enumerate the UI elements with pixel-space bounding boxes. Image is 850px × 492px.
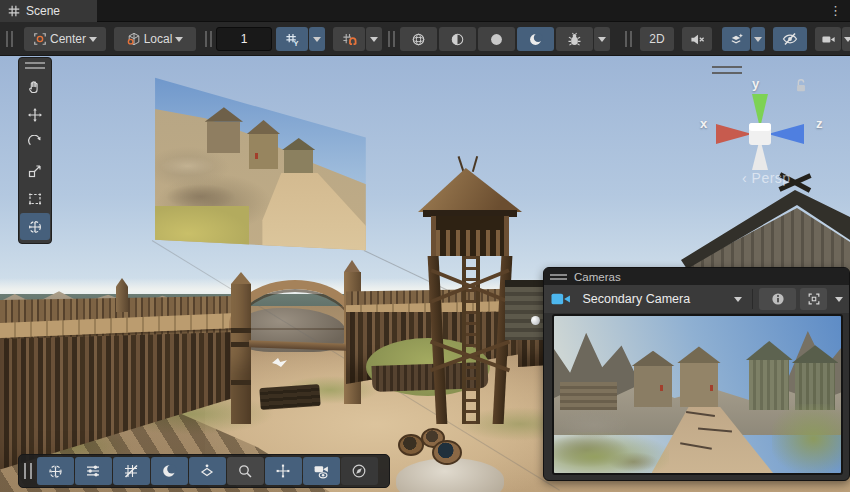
axis-x-label[interactable]: x (700, 116, 707, 131)
grid-axis-y-button[interactable]: Y (276, 27, 308, 51)
pivot-label: Center (50, 32, 86, 46)
moon-icon (528, 32, 543, 47)
grid-visibility-toggle[interactable] (113, 457, 150, 485)
move-arrows-icon (27, 107, 43, 123)
camera-preview-toggle[interactable] (303, 457, 340, 485)
effects-visibility-toggle[interactable] (189, 457, 226, 485)
axis-y-label[interactable]: y (752, 76, 759, 91)
lighting-toggle[interactable] (151, 457, 188, 485)
orientation-local-button[interactable]: Local (114, 27, 196, 51)
preview-grass-right (772, 404, 841, 473)
tools-overlay (18, 57, 52, 244)
overlay-drag-handle[interactable] (550, 274, 567, 280)
wireframe-sphere-icon (411, 32, 426, 47)
grid-snap-dropdown[interactable] (366, 27, 382, 51)
tool-transform[interactable] (20, 213, 50, 240)
tool-view-pan[interactable] (20, 73, 50, 100)
axis-z-cone[interactable] (768, 124, 804, 144)
hidden-objects-button[interactable] (773, 27, 807, 51)
axis-z-label[interactable]: z (816, 116, 823, 131)
cameras-panel-header[interactable]: Cameras (544, 268, 849, 285)
grid-snap-button[interactable] (333, 27, 365, 51)
tower-roof (418, 168, 522, 212)
camera-dropdown[interactable] (842, 27, 850, 51)
scene-settings-toggle[interactable] (75, 457, 112, 485)
debug-bug-button[interactable] (556, 27, 593, 51)
effects-dropdown[interactable] (751, 27, 765, 51)
tool-rotate[interactable] (20, 129, 50, 156)
moon-toggle-button[interactable] (517, 27, 554, 51)
chevron-down-icon (835, 297, 843, 302)
tool-scale[interactable] (20, 157, 50, 184)
wireframe-sphere-button[interactable] (400, 27, 437, 51)
diamond-dot-icon (199, 463, 215, 479)
overlay-drag-handle[interactable] (24, 463, 32, 479)
overlay-drag-handle[interactable] (25, 62, 45, 69)
pivot-center-icon (33, 32, 47, 46)
two-d-button[interactable]: 2D (640, 27, 674, 51)
debug-dropdown[interactable] (594, 27, 610, 51)
grid-slash-icon (123, 463, 139, 479)
red-banner (710, 385, 713, 391)
chevron-down-icon (313, 37, 321, 42)
divider (752, 289, 753, 309)
search-toggle[interactable] (227, 457, 264, 485)
vertex-snap-icon (275, 463, 291, 479)
cube-local-icon (127, 32, 141, 46)
axis-x-cone[interactable] (716, 124, 752, 144)
effects-button[interactable] (722, 27, 750, 51)
filled-circle-icon (489, 32, 504, 47)
preview-grass-left (554, 432, 669, 473)
tower-railing (436, 230, 504, 256)
eye-slash-icon (782, 31, 798, 47)
axis-gizmo[interactable] (700, 72, 820, 182)
vertex-snap-toggle[interactable] (265, 457, 302, 485)
tool-move[interactable] (20, 101, 50, 128)
grid-axis-dropdown[interactable] (309, 27, 325, 51)
camera-focus-button[interactable] (800, 288, 827, 310)
scene-camera-button[interactable] (815, 27, 841, 51)
video-camera-icon (821, 32, 836, 47)
chevron-down-icon (734, 297, 742, 302)
tab-scene[interactable]: Scene (0, 0, 97, 22)
chevron-down-icon (598, 37, 606, 42)
gizmos-toggle[interactable] (37, 457, 74, 485)
overlay-drag-handle[interactable] (625, 31, 632, 47)
half-shaded-sphere-button[interactable] (439, 27, 476, 51)
gate-band (231, 328, 251, 333)
overlay-drag-handle[interactable] (6, 31, 13, 47)
scene-toolbar: Center Local Y (0, 22, 850, 56)
tool-rect[interactable] (20, 185, 50, 212)
compass-icon (351, 463, 367, 479)
hand-icon (27, 79, 43, 95)
cameras-panel: Cameras Secondary Camera (543, 267, 850, 481)
camera-selector-dropdown[interactable]: Secondary Camera (576, 288, 748, 310)
grid-size-input[interactable] (216, 27, 272, 51)
orientation-label: Local (144, 32, 173, 46)
compass-toggle[interactable] (341, 457, 378, 485)
pivot-center-button[interactable]: Center (24, 27, 106, 51)
projection-toggle[interactable]: ‹ Persp (742, 170, 791, 186)
info-icon (771, 292, 785, 306)
axis-y-cone[interactable] (752, 94, 768, 128)
secondary-camera-preview (552, 314, 843, 475)
kebab-vertical-icon[interactable]: ⋮ (829, 2, 842, 20)
tab-bar: Scene ⋮ (0, 0, 850, 22)
camera-eye-icon (313, 463, 330, 480)
tab-label: Scene (26, 4, 60, 18)
grid-icon (8, 5, 20, 17)
moon-icon (161, 463, 177, 479)
layers-sparkle-icon (729, 32, 744, 47)
audio-mute-button[interactable] (682, 27, 712, 51)
svg-text:Y: Y (293, 38, 298, 46)
filled-circle-button[interactable] (478, 27, 515, 51)
preview-grass (148, 206, 249, 252)
camera-info-button[interactable] (759, 288, 796, 310)
cameras-panel-more-button[interactable] (831, 288, 847, 310)
scene-viewport[interactable]: y x z ‹ Persp (0, 56, 850, 492)
overlay-drag-handle[interactable] (388, 31, 395, 47)
overlay-drag-handle[interactable] (205, 31, 212, 47)
red-door (255, 153, 258, 159)
camera-selector-value: Secondary Camera (576, 292, 734, 306)
preview-house (207, 122, 240, 154)
